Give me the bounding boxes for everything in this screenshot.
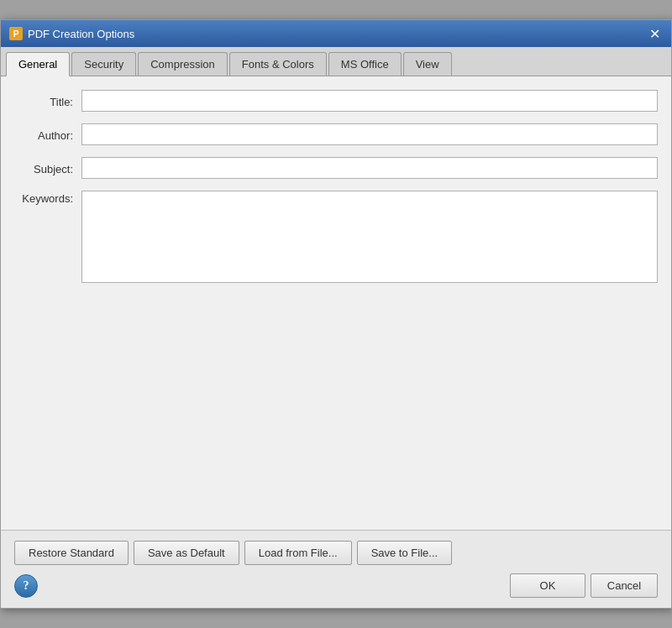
save-as-default-button[interactable]: Save as Default [134, 541, 239, 565]
pdf-creation-dialog: P PDF Creation Options ✕ General Securit… [0, 19, 672, 609]
tab-general[interactable]: General [6, 52, 70, 76]
dialog-title: PDF Creation Options [28, 28, 134, 40]
author-input[interactable] [81, 123, 658, 145]
close-button[interactable]: ✕ [646, 25, 663, 42]
keywords-group: Keywords: [14, 191, 658, 283]
keywords-label: Keywords: [14, 191, 81, 205]
restore-standard-button[interactable]: Restore Standard [14, 541, 129, 565]
tab-compression[interactable]: Compression [138, 52, 228, 76]
title-label: Title: [14, 94, 81, 108]
tab-view[interactable]: View [403, 52, 452, 76]
content-area: Title: Author: Subject: Keywords: [1, 76, 671, 530]
cancel-button[interactable]: Cancel [591, 573, 658, 598]
tab-ms-office[interactable]: MS Office [328, 52, 402, 76]
title-bar-left: P PDF Creation Options [9, 27, 134, 40]
title-input[interactable] [81, 90, 658, 112]
help-button[interactable]: ? [14, 574, 38, 598]
app-icon: P [9, 27, 23, 40]
subject-input[interactable] [81, 157, 658, 179]
subject-label: Subject: [14, 161, 81, 175]
tab-security[interactable]: Security [71, 52, 136, 76]
tab-fonts-colors[interactable]: Fonts & Colors [229, 52, 327, 76]
ok-cancel-row: ? OK Cancel [14, 573, 658, 598]
save-to-file-button[interactable]: Save to File... [357, 541, 452, 565]
ok-button[interactable]: OK [510, 573, 585, 598]
title-group: Title: [14, 90, 658, 112]
keywords-input[interactable] [81, 191, 658, 283]
author-group: Author: [14, 123, 658, 145]
title-bar: P PDF Creation Options ✕ [1, 20, 671, 47]
load-from-file-button[interactable]: Load from File... [244, 541, 352, 565]
bottom-section: Restore Standard Save as Default Load fr… [1, 530, 671, 608]
tab-bar: General Security Compression Fonts & Col… [1, 47, 671, 76]
action-buttons-row: Restore Standard Save as Default Load fr… [14, 541, 658, 565]
subject-group: Subject: [14, 157, 658, 179]
author-label: Author: [14, 128, 81, 142]
